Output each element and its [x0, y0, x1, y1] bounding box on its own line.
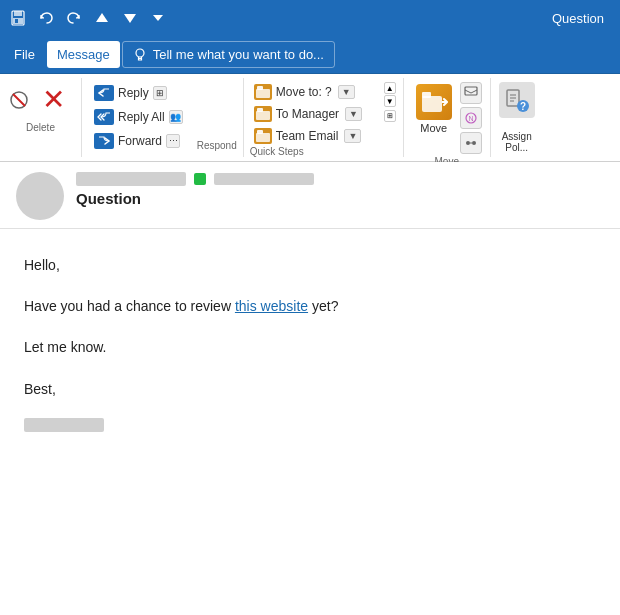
quickstep-team-dropdown[interactable]: ▼	[344, 129, 361, 143]
quickstep-team-label: Team Email	[276, 129, 339, 143]
save-icon[interactable]	[8, 8, 28, 28]
lightbulb-icon	[133, 48, 147, 62]
email-area: Question Hello, Have you had a chance to…	[0, 162, 620, 615]
email-link[interactable]: this website	[235, 298, 308, 314]
email-greeting: Hello,	[24, 253, 596, 278]
reply-grid-icon[interactable]: ⊞	[153, 86, 167, 100]
avatar	[16, 172, 64, 220]
ribbon: ✕ Delete Reply ⊞	[0, 74, 620, 162]
svg-rect-16	[256, 111, 270, 120]
move-side-btn-1[interactable]	[460, 82, 482, 104]
email-body: Hello, Have you had a chance to review t…	[0, 229, 620, 448]
email-content: Question Hello, Have you had a chance to…	[0, 162, 620, 615]
tell-me-input[interactable]: Tell me what you want to do...	[122, 41, 335, 68]
quicksteps-label: Quick Steps	[250, 146, 397, 157]
redo-icon[interactable]	[64, 8, 84, 28]
forward-extra-icon[interactable]: ⋯	[166, 134, 180, 148]
tell-me-text: Tell me what you want to do...	[153, 47, 324, 62]
email-subject: Question	[76, 190, 604, 207]
svg-point-26	[472, 141, 476, 145]
respond-group: Reply ⊞ Reply All 👥	[82, 78, 244, 157]
assign-group: ? Assign Pol...	[491, 78, 543, 157]
undo-icon[interactable]	[36, 8, 56, 28]
up-icon[interactable]	[92, 8, 112, 28]
timestamp-placeholder	[214, 173, 314, 185]
svg-rect-15	[257, 86, 263, 90]
svg-point-7	[136, 49, 144, 57]
ignore-icon[interactable]	[8, 89, 30, 111]
svg-rect-17	[257, 108, 263, 112]
svg-marker-6	[153, 15, 163, 21]
reply-all-button[interactable]: Reply All 👥	[88, 106, 189, 128]
svg-rect-3	[15, 19, 18, 23]
svg-line-10	[13, 94, 25, 106]
reply-all-label: Reply All	[118, 110, 165, 124]
reply-all-extra-icon[interactable]: 👥	[169, 110, 183, 124]
menu-file[interactable]: File	[4, 41, 45, 68]
delete-button[interactable]: ✕	[34, 82, 73, 118]
svg-rect-14	[256, 89, 270, 98]
email-header-line-1	[76, 172, 604, 186]
email-paragraph-1: Have you had a chance to review this web…	[24, 294, 596, 319]
quickstep-move-dropdown[interactable]: ▼	[338, 85, 355, 99]
quicksteps-scrollbar: ▲ ▼ ⊞	[383, 82, 397, 122]
reply-all-icon	[94, 109, 114, 125]
quickstep-move-icon	[254, 84, 272, 100]
quicksteps-expand[interactable]: ⊞	[384, 110, 396, 122]
assign-label: Assign Pol...	[502, 131, 532, 153]
title-bar: Question	[0, 0, 620, 36]
svg-rect-18	[256, 133, 270, 142]
quickstep-move-label: Move to: ?	[276, 85, 332, 99]
email-closing: Best,	[24, 377, 596, 402]
move-side-btn-2[interactable]: N	[460, 107, 482, 129]
svg-point-25	[466, 141, 470, 145]
svg-rect-1	[14, 11, 22, 16]
svg-text:?: ?	[520, 101, 526, 112]
svg-rect-20	[422, 96, 442, 112]
reply-icon	[94, 85, 114, 101]
email-body1-end: yet?	[308, 298, 338, 314]
quickstep-to-manager[interactable]: To Manager ▼	[250, 104, 381, 124]
forward-button[interactable]: Forward ⋯	[88, 130, 189, 152]
title-bar-icons	[8, 8, 168, 28]
quickstep-team-email[interactable]: Team Email ▼	[250, 126, 381, 146]
quickstep-move-to[interactable]: Move to: ? ▼	[250, 82, 381, 102]
quickstep-manager-label: To Manager	[276, 107, 339, 121]
move-group: Move N	[404, 78, 491, 157]
move-icon	[416, 84, 452, 120]
move-button[interactable]: Move	[412, 82, 456, 136]
email-paragraph-2: Let me know.	[24, 335, 596, 360]
quicksteps-group: Move to: ? ▼ To Manager ▼	[244, 78, 404, 157]
svg-rect-21	[422, 92, 431, 98]
move-label: Move	[420, 122, 447, 134]
reply-button[interactable]: Reply ⊞	[88, 82, 189, 104]
forward-label: Forward	[118, 134, 162, 148]
menu-bar: File Message Tell me what you want to do…	[0, 36, 620, 74]
svg-text:N: N	[468, 115, 473, 122]
online-indicator	[194, 173, 206, 185]
reply-label: Reply	[118, 86, 149, 100]
quicksteps-scroll-up[interactable]: ▲	[384, 82, 396, 94]
dropdown-icon[interactable]	[148, 8, 168, 28]
move-side-btn-3[interactable]	[460, 132, 482, 154]
delete-group: ✕ Delete	[0, 78, 82, 157]
quickstep-manager-icon	[254, 106, 272, 122]
menu-message[interactable]: Message	[47, 41, 120, 68]
respond-label: Respond	[193, 140, 237, 153]
email-meta: Question	[76, 172, 604, 207]
signature-placeholder	[24, 418, 104, 432]
svg-marker-4	[96, 13, 108, 22]
svg-marker-5	[124, 14, 136, 23]
window-title: Question	[552, 11, 612, 26]
forward-icon	[94, 133, 114, 149]
assign-icon[interactable]: ?	[499, 82, 535, 118]
quickstep-team-icon	[254, 128, 272, 144]
down-icon[interactable]	[120, 8, 140, 28]
email-body1: Have you had a chance to review	[24, 298, 235, 314]
sender-name-placeholder	[76, 172, 186, 186]
svg-rect-19	[257, 130, 263, 134]
quickstep-manager-dropdown[interactable]: ▼	[345, 107, 362, 121]
email-header: Question	[0, 162, 620, 229]
quicksteps-scroll-down[interactable]: ▼	[384, 95, 396, 107]
move-side-buttons: N	[460, 82, 482, 154]
